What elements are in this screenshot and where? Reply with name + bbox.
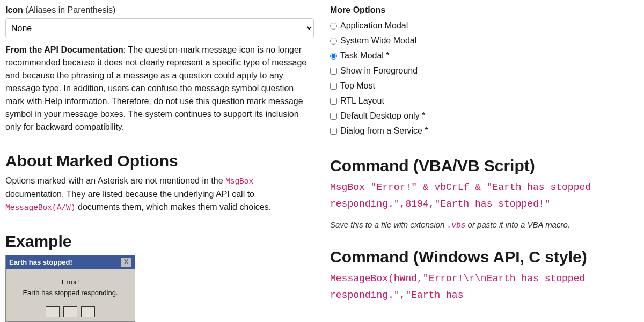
icon-label: Icon (Aliases in Parenthesis) — [5, 5, 314, 15]
example-heading: Example — [5, 232, 314, 251]
option-checkbox[interactable] — [330, 98, 337, 105]
option-checkbox[interactable] — [330, 128, 337, 135]
option-checkbox[interactable] — [330, 83, 337, 90]
option-label: Default Desktop only * — [340, 111, 425, 121]
icon-select[interactable]: None — [5, 18, 314, 38]
icon-label-bold: Icon — [5, 5, 23, 14]
about-paragraph: Options marked with an Asterisk are not … — [5, 174, 314, 214]
option-row[interactable]: Default Desktop only * — [330, 108, 639, 123]
right-column: More Options Application ModalSystem Wid… — [330, 5, 639, 322]
example-msgbox: Earth has stopped! X Error! Earth has st… — [5, 255, 135, 323]
command-vb-heading: Command (VBA/VB Script) — [330, 157, 639, 175]
left-column: Icon (Aliases in Parenthesis) None From … — [5, 5, 314, 322]
vbs-ext-code: .vbs — [447, 221, 466, 230]
option-label: Top Most — [340, 81, 375, 91]
option-checkbox[interactable] — [330, 68, 337, 75]
msgbox-line1: Error! — [10, 277, 130, 288]
api-doc-prefix: From the API Documentation — [5, 45, 123, 54]
msgbox-titlebar: Earth has stopped! X — [6, 255, 135, 269]
option-radio[interactable] — [330, 23, 337, 30]
option-label: Application Modal — [340, 21, 408, 31]
hint-text-2: or paste it into a VBA macro. — [465, 220, 570, 229]
about-text-2: documentation. They are listed because t… — [5, 189, 254, 199]
option-radio[interactable] — [330, 53, 337, 60]
messagebox-code: MessageBox(A/W) — [5, 203, 76, 212]
more-options-label: More Options — [330, 5, 639, 15]
msgbox-body: Error! Earth has stopped responding. — [6, 269, 135, 305]
command-c-code: MessageBox(hWnd,"Error!\r\nEarth has sto… — [330, 270, 639, 303]
hint-text-1: Save this to a file with extension — [330, 220, 447, 229]
option-label: Task Modal * — [340, 51, 390, 61]
vbs-hint: Save this to a file with extension .vbs … — [330, 220, 639, 230]
about-text-1: Options marked with an Asterisk are not … — [5, 176, 225, 185]
option-row[interactable]: Show in Foreground — [330, 63, 639, 78]
option-label: System Wide Modal — [340, 36, 416, 46]
option-radio[interactable] — [330, 38, 337, 45]
option-label: Show in Foreground — [340, 66, 418, 76]
option-row[interactable]: System Wide Modal — [330, 33, 639, 48]
msgbox-button[interactable] — [46, 306, 59, 317]
about-heading: About Marked Options — [5, 152, 314, 170]
msgbox-code: MsgBox — [225, 177, 253, 186]
command-c-heading: Command (Windows API, C style) — [330, 248, 639, 266]
option-row[interactable]: Top Most — [330, 78, 639, 93]
option-label: Dialog from a Service * — [340, 126, 428, 136]
more-options-list: Application ModalSystem Wide ModalTask M… — [330, 18, 639, 138]
option-label: RTL Layout — [340, 96, 384, 106]
msgbox-button[interactable] — [63, 306, 77, 317]
option-checkbox[interactable] — [330, 113, 337, 120]
command-vb-code: MsgBox "Error!" & vbCrLf & "Earth has st… — [330, 179, 639, 212]
api-doc-text: : The question-mark message icon is no l… — [5, 45, 306, 131]
option-row[interactable]: Task Modal * — [330, 48, 639, 63]
option-row[interactable]: Application Modal — [330, 18, 639, 33]
msgbox-button[interactable] — [81, 306, 94, 317]
option-row[interactable]: Dialog from a Service * — [330, 123, 639, 138]
msgbox-line2: Earth has stopped responding. — [10, 288, 130, 299]
api-doc-paragraph: From the API Documentation: The question… — [5, 43, 314, 134]
option-row[interactable]: RTL Layout — [330, 93, 639, 108]
msgbox-buttons — [6, 304, 135, 321]
about-text-3: documents them, which makes them valid c… — [76, 202, 272, 211]
icon-label-sub: (Aliases in Parenthesis) — [23, 5, 116, 14]
close-icon[interactable]: X — [121, 258, 131, 267]
msgbox-title-text: Earth has stopped! — [9, 258, 72, 266]
